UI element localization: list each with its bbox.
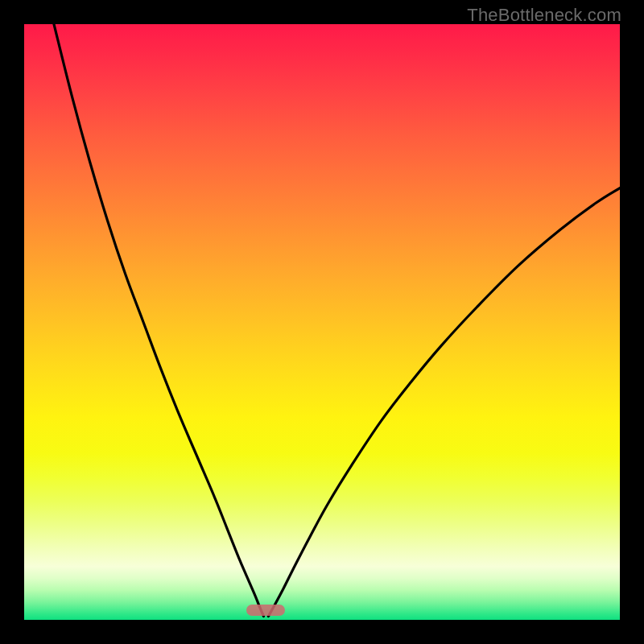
bottleneck-curve <box>24 24 620 620</box>
chart-frame: TheBottleneck.com <box>0 0 644 644</box>
plot-area <box>24 24 620 620</box>
watermark-text: TheBottleneck.com <box>467 5 621 26</box>
optimum-marker <box>246 605 285 616</box>
